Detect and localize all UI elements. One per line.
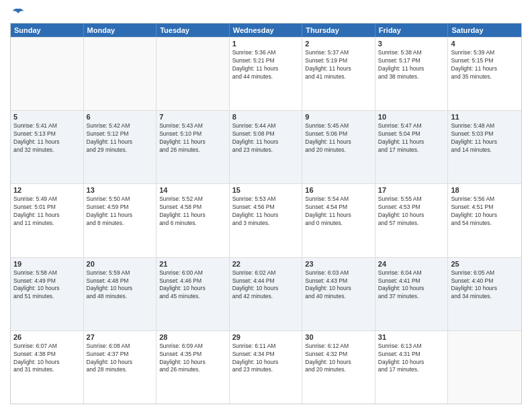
cal-cell-r3-c1: 20Sunrise: 5:59 AM Sunset: 4:48 PM Dayli… xyxy=(84,258,157,330)
day-info: Sunrise: 5:45 AM Sunset: 5:06 PM Dayligh… xyxy=(305,122,372,154)
day-number: 18 xyxy=(451,186,519,194)
day-number: 23 xyxy=(305,260,372,268)
day-number: 12 xyxy=(13,186,81,194)
cal-cell-r1-c4: 9Sunrise: 5:45 AM Sunset: 5:06 PM Daylig… xyxy=(302,111,375,183)
cal-cell-r1-c6: 11Sunrise: 5:48 AM Sunset: 5:03 PM Dayli… xyxy=(448,111,521,183)
day-number: 4 xyxy=(451,40,519,48)
cal-cell-r1-c5: 10Sunrise: 5:47 AM Sunset: 5:04 PM Dayli… xyxy=(375,111,449,183)
day-info: Sunrise: 6:11 AM Sunset: 4:34 PM Dayligh… xyxy=(232,342,300,375)
day-number: 17 xyxy=(378,186,445,194)
cal-cell-r0-c3: 1Sunrise: 5:36 AM Sunset: 5:21 PM Daylig… xyxy=(230,38,303,110)
day-number: 26 xyxy=(13,333,81,341)
cal-cell-r4-c3: 29Sunrise: 6:11 AM Sunset: 4:34 PM Dayli… xyxy=(230,331,303,404)
header xyxy=(10,7,522,17)
logo xyxy=(10,7,25,17)
calendar-row-3: 19Sunrise: 5:58 AM Sunset: 4:49 PM Dayli… xyxy=(11,257,521,330)
day-info: Sunrise: 5:59 AM Sunset: 4:48 PM Dayligh… xyxy=(87,269,154,302)
day-info: Sunrise: 6:09 AM Sunset: 4:35 PM Dayligh… xyxy=(159,342,226,375)
day-info: Sunrise: 6:07 AM Sunset: 4:38 PM Dayligh… xyxy=(13,342,81,375)
day-info: Sunrise: 5:41 AM Sunset: 5:13 PM Dayligh… xyxy=(13,122,81,154)
weekday-header-thursday: Thursday xyxy=(302,24,375,37)
cal-cell-r1-c2: 7Sunrise: 5:43 AM Sunset: 5:10 PM Daylig… xyxy=(157,111,230,183)
cal-cell-r4-c2: 28Sunrise: 6:09 AM Sunset: 4:35 PM Dayli… xyxy=(157,331,230,404)
day-info: Sunrise: 5:37 AM Sunset: 5:19 PM Dayligh… xyxy=(305,49,372,81)
calendar-row-0: 1Sunrise: 5:36 AM Sunset: 5:21 PM Daylig… xyxy=(11,37,521,110)
calendar-row-4: 26Sunrise: 6:07 AM Sunset: 4:38 PM Dayli… xyxy=(11,330,521,404)
day-info: Sunrise: 6:03 AM Sunset: 4:43 PM Dayligh… xyxy=(305,269,372,302)
day-number: 15 xyxy=(232,186,300,194)
day-info: Sunrise: 6:00 AM Sunset: 4:46 PM Dayligh… xyxy=(159,269,226,302)
day-info: Sunrise: 5:44 AM Sunset: 5:08 PM Dayligh… xyxy=(232,122,300,154)
day-info: Sunrise: 6:13 AM Sunset: 4:31 PM Dayligh… xyxy=(378,342,445,375)
calendar: SundayMondayTuesdayWednesdayThursdayFrid… xyxy=(10,23,522,404)
day-number: 13 xyxy=(87,186,154,194)
day-info: Sunrise: 5:42 AM Sunset: 5:12 PM Dayligh… xyxy=(87,122,154,154)
day-number: 22 xyxy=(232,260,300,268)
cal-cell-r0-c0 xyxy=(11,38,84,110)
day-info: Sunrise: 5:47 AM Sunset: 5:04 PM Dayligh… xyxy=(378,122,445,154)
cal-cell-r1-c0: 5Sunrise: 5:41 AM Sunset: 5:13 PM Daylig… xyxy=(11,111,84,183)
day-info: Sunrise: 5:54 AM Sunset: 4:54 PM Dayligh… xyxy=(305,195,372,228)
day-number: 27 xyxy=(87,333,154,341)
cal-cell-r3-c0: 19Sunrise: 5:58 AM Sunset: 4:49 PM Dayli… xyxy=(11,258,84,330)
day-number: 7 xyxy=(159,113,226,121)
cal-cell-r1-c1: 6Sunrise: 5:42 AM Sunset: 5:12 PM Daylig… xyxy=(84,111,157,183)
day-number: 29 xyxy=(232,333,300,341)
page: SundayMondayTuesdayWednesdayThursdayFrid… xyxy=(0,0,532,411)
day-info: Sunrise: 6:12 AM Sunset: 4:32 PM Dayligh… xyxy=(305,342,372,375)
day-info: Sunrise: 5:58 AM Sunset: 4:49 PM Dayligh… xyxy=(13,269,81,302)
calendar-body: 1Sunrise: 5:36 AM Sunset: 5:21 PM Daylig… xyxy=(11,37,521,404)
cal-cell-r0-c1 xyxy=(84,38,157,110)
day-info: Sunrise: 5:52 AM Sunset: 4:58 PM Dayligh… xyxy=(159,195,226,228)
day-number: 10 xyxy=(378,113,445,121)
cal-cell-r4-c4: 30Sunrise: 6:12 AM Sunset: 4:32 PM Dayli… xyxy=(302,331,375,404)
cal-cell-r0-c2 xyxy=(157,38,230,110)
day-number: 9 xyxy=(305,113,372,121)
weekday-header-saturday: Saturday xyxy=(448,24,521,37)
cal-cell-r2-c3: 15Sunrise: 5:53 AM Sunset: 4:56 PM Dayli… xyxy=(230,184,303,257)
cal-cell-r3-c3: 22Sunrise: 6:02 AM Sunset: 4:44 PM Dayli… xyxy=(230,258,303,330)
cal-cell-r2-c2: 14Sunrise: 5:52 AM Sunset: 4:58 PM Dayli… xyxy=(157,184,230,257)
day-number: 25 xyxy=(451,260,519,268)
day-info: Sunrise: 5:48 AM Sunset: 5:03 PM Dayligh… xyxy=(451,122,519,154)
cal-cell-r2-c6: 18Sunrise: 5:56 AM Sunset: 4:51 PM Dayli… xyxy=(448,184,521,257)
day-number: 14 xyxy=(159,186,226,194)
cal-cell-r3-c6: 25Sunrise: 6:05 AM Sunset: 4:40 PM Dayli… xyxy=(448,258,521,330)
day-info: Sunrise: 5:49 AM Sunset: 5:01 PM Dayligh… xyxy=(13,195,81,228)
cal-cell-r0-c4: 2Sunrise: 5:37 AM Sunset: 5:19 PM Daylig… xyxy=(302,38,375,110)
cal-cell-r2-c5: 17Sunrise: 5:55 AM Sunset: 4:53 PM Dayli… xyxy=(375,184,449,257)
weekday-header-friday: Friday xyxy=(375,24,449,37)
day-number: 21 xyxy=(159,260,226,268)
day-number: 6 xyxy=(87,113,154,121)
day-info: Sunrise: 5:56 AM Sunset: 4:51 PM Dayligh… xyxy=(451,195,519,228)
cal-cell-r3-c5: 24Sunrise: 6:04 AM Sunset: 4:41 PM Dayli… xyxy=(375,258,449,330)
cal-cell-r2-c1: 13Sunrise: 5:50 AM Sunset: 4:59 PM Dayli… xyxy=(84,184,157,257)
day-number: 11 xyxy=(451,113,519,121)
weekday-header-monday: Monday xyxy=(84,24,157,37)
day-info: Sunrise: 5:55 AM Sunset: 4:53 PM Dayligh… xyxy=(378,195,445,228)
cal-cell-r3-c2: 21Sunrise: 6:00 AM Sunset: 4:46 PM Dayli… xyxy=(157,258,230,330)
day-number: 31 xyxy=(378,333,445,341)
weekday-header-tuesday: Tuesday xyxy=(157,24,230,37)
day-info: Sunrise: 6:05 AM Sunset: 4:40 PM Dayligh… xyxy=(451,269,519,302)
day-info: Sunrise: 6:04 AM Sunset: 4:41 PM Dayligh… xyxy=(378,269,445,302)
day-info: Sunrise: 6:02 AM Sunset: 4:44 PM Dayligh… xyxy=(232,269,300,302)
day-number: 5 xyxy=(13,113,81,121)
day-info: Sunrise: 5:53 AM Sunset: 4:56 PM Dayligh… xyxy=(232,195,300,228)
day-info: Sunrise: 5:36 AM Sunset: 5:21 PM Dayligh… xyxy=(232,49,300,81)
cal-cell-r2-c4: 16Sunrise: 5:54 AM Sunset: 4:54 PM Dayli… xyxy=(302,184,375,257)
day-info: Sunrise: 5:50 AM Sunset: 4:59 PM Dayligh… xyxy=(87,195,154,228)
day-number: 16 xyxy=(305,186,372,194)
cal-cell-r1-c3: 8Sunrise: 5:44 AM Sunset: 5:08 PM Daylig… xyxy=(230,111,303,183)
cal-cell-r3-c4: 23Sunrise: 6:03 AM Sunset: 4:43 PM Dayli… xyxy=(302,258,375,330)
cal-cell-r4-c0: 26Sunrise: 6:07 AM Sunset: 4:38 PM Dayli… xyxy=(11,331,84,404)
cal-cell-r0-c6: 4Sunrise: 5:39 AM Sunset: 5:15 PM Daylig… xyxy=(448,38,521,110)
day-info: Sunrise: 5:39 AM Sunset: 5:15 PM Dayligh… xyxy=(451,49,519,81)
day-number: 2 xyxy=(305,40,372,48)
weekday-header-sunday: Sunday xyxy=(11,24,84,37)
calendar-row-1: 5Sunrise: 5:41 AM Sunset: 5:13 PM Daylig… xyxy=(11,110,521,183)
day-number: 28 xyxy=(159,333,226,341)
cal-cell-r4-c1: 27Sunrise: 6:08 AM Sunset: 4:37 PM Dayli… xyxy=(84,331,157,404)
day-number: 8 xyxy=(232,113,300,121)
calendar-row-2: 12Sunrise: 5:49 AM Sunset: 5:01 PM Dayli… xyxy=(11,183,521,257)
